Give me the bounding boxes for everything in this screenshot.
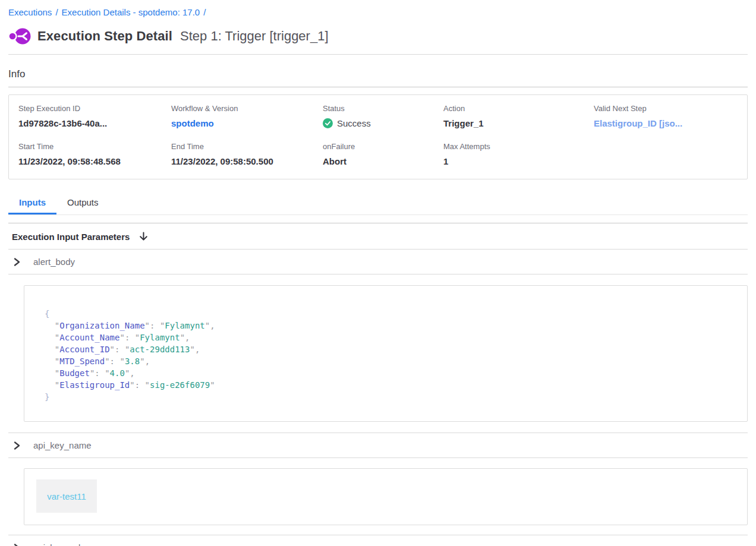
field-value: 11/23/2022, 09:58:48.568 xyxy=(18,156,171,166)
field-label: Action xyxy=(443,104,594,113)
field-label: Status xyxy=(323,104,443,113)
info-field-status: StatusSuccess xyxy=(323,104,443,128)
param-name: api_key_name xyxy=(33,440,92,450)
fylamynt-logo-icon xyxy=(8,27,31,45)
field-value: Abort xyxy=(323,156,443,166)
param-name: alert_body xyxy=(33,257,75,267)
chevron-right-icon xyxy=(12,257,21,267)
status-text: Success xyxy=(337,118,371,128)
field-value: Trigger_1 xyxy=(443,118,594,128)
info-divider xyxy=(8,87,748,87)
info-field-step-execution-id: Step Execution ID1d97828c-13b6-40a... xyxy=(18,104,171,128)
param-row-api-key-name[interactable]: api_key_name xyxy=(8,433,748,457)
field-label: Max Attempts xyxy=(443,142,594,151)
tab-outputs[interactable]: Outputs xyxy=(56,194,109,214)
success-check-icon xyxy=(323,118,333,128)
param-row-alert-body[interactable]: alert_body xyxy=(8,250,748,274)
breadcrumb-execution-details-link[interactable]: Execution Details - spotdemo: 17.0 xyxy=(62,7,200,17)
alert-body-value-card: { "Organization_Name": "Fylamynt", "Acco… xyxy=(24,285,748,422)
chevron-right-icon xyxy=(12,543,21,546)
info-field-start-time: Start Time11/23/2022, 09:58:48.568 xyxy=(18,142,171,166)
param-name: api_key_value xyxy=(33,542,90,546)
field-value: 11/23/2022, 09:58:50.500 xyxy=(171,156,323,166)
field-value[interactable]: spotdemo xyxy=(171,118,323,128)
tab-inputs[interactable]: Inputs xyxy=(8,194,56,214)
field-value: 1d97828c-13b6-40a... xyxy=(18,118,171,128)
field-value: 1 xyxy=(443,156,594,166)
page-subtitle: Step 1: Trigger [trigger_1] xyxy=(180,29,328,44)
tabs-divider xyxy=(8,223,748,223)
breadcrumb-executions-link[interactable]: Executions xyxy=(8,7,52,17)
field-label: Workflow & Version xyxy=(171,104,323,113)
api-key-name-value-card: var-test11 xyxy=(24,468,748,525)
chevron-right-icon xyxy=(12,441,21,450)
status-badge: Success xyxy=(323,118,443,128)
json-code: { "Organization_Name": "Fylamynt", "Acco… xyxy=(24,286,747,421)
field-label: onFailure xyxy=(323,142,443,151)
info-field-end-time: End Time11/23/2022, 09:58:50.500 xyxy=(171,142,323,166)
arrow-down-icon[interactable] xyxy=(138,231,149,242)
page-header: Execution Step Detail Step 1: Trigger [t… xyxy=(8,27,748,45)
param-divider xyxy=(8,274,748,274)
info-grid: Step Execution ID1d97828c-13b6-40a...Wor… xyxy=(18,104,738,166)
breadcrumb-separator: / xyxy=(55,7,58,17)
info-field-onfailure: onFailureAbort xyxy=(323,142,443,166)
info-card: Step Execution ID1d97828c-13b6-40a...Wor… xyxy=(8,94,748,179)
info-field-max-attempts: Max Attempts1 xyxy=(443,142,594,166)
tabs-bar: Inputs Outputs xyxy=(8,194,748,215)
field-label: Valid Next Step xyxy=(594,104,738,113)
page-title: Execution Step Detail xyxy=(37,29,172,44)
info-field-action: ActionTrigger_1 xyxy=(443,104,594,128)
field-label: Start Time xyxy=(18,142,171,151)
info-field-workflow-version: Workflow & Versionspotdemo xyxy=(171,104,323,128)
field-label: Step Execution ID xyxy=(18,104,171,113)
param-divider xyxy=(8,457,748,458)
field-label: End Time xyxy=(171,142,323,151)
execution-step-detail-page: Executions/Execution Details - spotdemo:… xyxy=(0,0,756,546)
header-divider xyxy=(8,54,748,55)
parameters-header-label: Execution Input Parameters xyxy=(12,232,130,242)
breadcrumb-separator: / xyxy=(203,7,206,17)
param-row-api-key-value[interactable]: api_key_value xyxy=(8,535,748,546)
execution-input-parameters-header: Execution Input Parameters xyxy=(8,231,748,242)
info-field-valid-next-step: Valid Next StepElastigroup_ID [jso... xyxy=(594,104,738,128)
field-value[interactable]: Elastigroup_ID [jso... xyxy=(594,118,738,128)
api-key-name-chip: var-test11 xyxy=(36,479,97,513)
info-section-title: Info xyxy=(8,68,748,80)
breadcrumb: Executions/Execution Details - spotdemo:… xyxy=(8,7,748,17)
